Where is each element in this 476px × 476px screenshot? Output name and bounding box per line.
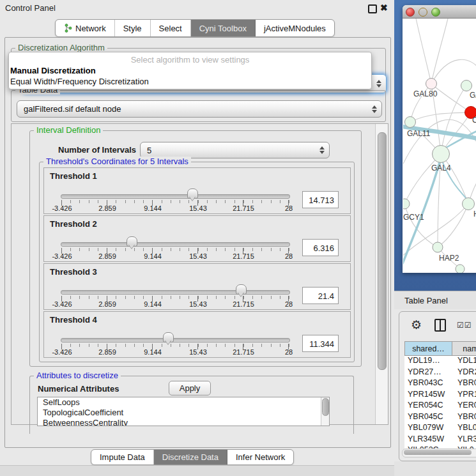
table-row[interactable]: YLR345WYLR3 [404, 434, 476, 446]
list-item[interactable]: BetweennessCentrality [38, 418, 329, 426]
tab-network-label: Network [75, 24, 106, 33]
node-label: GAL11 [407, 129, 431, 138]
numerical-attributes-label: Numerical Attributes [38, 384, 119, 394]
node-label: GAL80 [413, 89, 438, 98]
num-intervals-label: Number of Intervals [58, 145, 136, 155]
node-table: shared… name YDL19…YDL1 YDR27…YDR2 YBR04… [404, 341, 476, 457]
dropdown-option-equal-width[interactable]: Equal Width/Frequency Discretization [10, 77, 149, 86]
threshold-4-slider-track[interactable] [61, 338, 290, 342]
threshold-panel-2: Threshold 2 -3.426 2.859 9.144 15.43 [43, 215, 351, 262]
list-item[interactable]: TopologicalCoefficient [38, 408, 329, 418]
algorithm-dropdown-popup: Select algorithm to view settings Manual… [8, 52, 372, 89]
node-hap2[interactable] [433, 242, 443, 252]
apply-button[interactable]: Apply [169, 381, 211, 395]
tab-select[interactable]: Select [151, 20, 191, 36]
threshold-3-slider-thumb[interactable] [236, 284, 247, 295]
interval-definition-title: Interval Definition [34, 125, 103, 135]
node-gal4[interactable] [433, 146, 450, 163]
list-scrollbar[interactable] [321, 397, 329, 426]
threshold-4-slider-thumb[interactable] [163, 332, 174, 342]
threshold-panel-1: Threshold 1 -3.426 2.859 9.144 15.43 [43, 167, 351, 214]
tab-style[interactable]: Style [115, 20, 151, 36]
node-partial-top[interactable] [461, 81, 472, 91]
window-bottom-strip [0, 466, 394, 476]
zoom-traffic-light[interactable] [431, 8, 440, 17]
thresholds-group-title: Threshold's Coordinates for 5 Intervals [43, 157, 191, 166]
node-label: GCY1 [403, 213, 424, 222]
table-data-combo-value: galFiltered.sif default node [17, 104, 371, 114]
node-gal11[interactable] [405, 117, 416, 128]
cyni-main-panel: Discretization Algorithm Table Data galF… [4, 37, 391, 448]
node-label-partial: C [472, 116, 476, 125]
threshold-4-value-field[interactable]: 11.344 [302, 335, 339, 352]
num-intervals-value: 5 [141, 146, 319, 155]
threshold-1-value-field[interactable]: 14.713 [302, 191, 339, 208]
combo-arrows-icon [376, 80, 381, 88]
top-tab-bar: Network Style Select Cyni Toolbox jActiv… [55, 19, 335, 37]
network-graph: GAL80 GAL11 GAL4 GCY1 HAP2 GA C H [403, 19, 476, 273]
threshold-1-label: Threshold 1 [50, 171, 97, 181]
float-window-icon[interactable] [368, 4, 377, 13]
node-label-partial: H [473, 210, 476, 219]
threshold-panel-3: Threshold 3 -3.426 2.859 9.144 15.43 [43, 263, 351, 310]
threshold-3-value-field[interactable]: 21.4 [302, 287, 339, 304]
combo-arrows-icon [371, 105, 377, 113]
settings-scrollbar[interactable] [375, 124, 388, 424]
interval-definition-group: Interval Definition Number of Intervals … [29, 130, 362, 367]
table-header-row: shared… name [404, 341, 476, 356]
minimize-traffic-light[interactable] [418, 8, 427, 17]
dropdown-prompt: Select algorithm to view settings [9, 55, 371, 65]
table-horizontal-scrollbar[interactable] [402, 449, 476, 457]
close-icon[interactable]: ✖ [380, 3, 388, 13]
select-columns-icon[interactable]: ☑☑ [457, 321, 472, 330]
table-data-combo[interactable]: galFiltered.sif default node [17, 100, 382, 118]
table-panel-title: Table Panel [404, 296, 448, 305]
network-window: GAL80 GAL11 GAL4 GCY1 HAP2 GA C H [403, 5, 476, 273]
table-row[interactable]: YBR045CYBR0 [404, 412, 476, 424]
close-traffic-light[interactable] [406, 8, 415, 17]
threshold-1-slider-thumb[interactable] [187, 188, 198, 199]
threshold-2-slider-track[interactable] [61, 242, 290, 247]
app-root: Control Panel ✖ Network Style Select Cyn… [0, 0, 476, 476]
table-row[interactable]: YDL19…YDL1 [404, 356, 476, 367]
tab-impute-data[interactable]: Impute Data [91, 450, 154, 464]
table-row[interactable]: YBR043CYBR0 [404, 378, 476, 390]
node-label: GAL4 [431, 164, 451, 173]
dropdown-option-manual[interactable]: Manual Discretization [10, 66, 96, 75]
threshold-1-slider-track[interactable] [61, 194, 290, 199]
network-icon [64, 24, 72, 33]
tab-network[interactable]: Network [56, 20, 115, 36]
settings-scroll-area: Interval Definition Number of Intervals … [11, 123, 388, 425]
threshold-3-slider-track[interactable] [61, 290, 290, 295]
table-row[interactable]: YDR27…YDR2 [404, 367, 476, 379]
tab-discretize-data[interactable]: Discretize Data [154, 450, 227, 464]
attribute-list: SelfLoops TopologicalCoefficient Between… [37, 397, 330, 426]
table-panel-footer [394, 461, 476, 476]
tab-jactivemnodules[interactable]: jActiveMNodules [256, 20, 334, 36]
threshold-4-label: Threshold 4 [50, 315, 97, 325]
discretization-algorithm-title: Discretization Algorithm [15, 43, 107, 52]
threshold-2-value-field[interactable]: 6.316 [302, 239, 339, 256]
column-header-shared[interactable]: shared… [404, 341, 452, 356]
table-data-group: Table Data galFiltered.sif default node [11, 90, 386, 122]
node-gal80[interactable] [426, 79, 437, 89]
table-row[interactable]: YBL079WYBL0 [404, 423, 476, 434]
threshold-panel-4: Threshold 4 -3.426 2.859 9.144 15.43 [43, 311, 351, 358]
column-header-name[interactable]: name [452, 341, 476, 356]
network-canvas[interactable]: GAL80 GAL11 GAL4 GCY1 HAP2 GA C H [403, 19, 476, 273]
table-row[interactable]: YPR145WYPR1 [404, 390, 476, 401]
tab-cyni-toolbox[interactable]: Cyni Toolbox [191, 20, 256, 36]
threshold-2-slider-thumb[interactable] [127, 236, 137, 247]
network-frame: GAL80 GAL11 GAL4 GCY1 HAP2 GA C H [394, 0, 476, 291]
attributes-group-title: Attributes to discretize [34, 371, 121, 380]
node-gcy1[interactable] [403, 199, 410, 209]
table-panel: ⚙ ☑☑ shared… name YDL19…YDL1 YDR27…YDR2 … [399, 311, 476, 461]
node-h[interactable] [463, 198, 475, 210]
node-partial-bottom[interactable] [456, 265, 464, 273]
list-item[interactable]: SelfLoops [38, 397, 329, 408]
network-window-titlebar[interactable] [403, 5, 476, 19]
split-columns-icon[interactable] [434, 319, 446, 332]
tab-infer-network[interactable]: Infer Network [227, 450, 293, 464]
gear-icon[interactable]: ⚙ [411, 318, 422, 332]
table-row[interactable]: YER054CYER0 [404, 401, 476, 412]
